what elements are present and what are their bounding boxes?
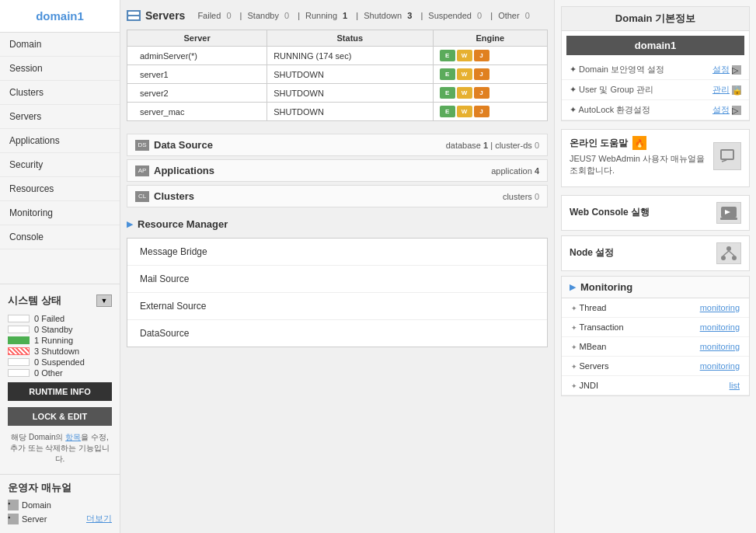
engine-icon-1: E [440,68,455,80]
svg-line-11 [723,251,729,256]
monitoring-title: Monitoring [580,281,632,293]
sidebar-item-monitoring[interactable]: Monitoring [0,201,120,225]
online-help-text: JEUS7 WebAdmin 사용자 매뉴얼을 조회합니다. [570,153,713,177]
monitoring-thread-link[interactable]: monitoring [700,303,740,312]
resource-manager-section: ▶ Resource Manager Message Bridge Mail S… [127,215,548,347]
clusters-icon: CL [135,191,149,202]
webconsole-icon [716,202,741,224]
lock-edit-button[interactable]: LOCK & EDIT [8,407,112,426]
svg-rect-3 [722,151,733,159]
manual-domain-label[interactable]: Domain [22,500,51,510]
system-status-title: 시스템 상태 ▼ [8,291,112,312]
online-help-right [713,142,741,170]
servers-section-header: Servers Failed 0 | Standby 0 | Running 1… [127,6,548,25]
sidebar-item-clusters[interactable]: Clusters [0,81,120,105]
server-name-adminserver[interactable]: adminServer(*) [127,47,267,65]
domain-info-title: Domain 기본정보 [562,7,749,31]
status-shutdown-bar [8,347,30,355]
clusters-header[interactable]: CL Clusters clusters 0 [127,186,547,207]
engine-icon-2: W [457,106,472,117]
domain-name-bar: domain1 [566,36,744,55]
svg-point-9 [721,256,726,260]
resource-item-external-source[interactable]: External Source [127,293,547,320]
stat-failed-label: Failed 0 [197,11,234,20]
engine-icon-2: W [457,87,472,99]
status-failed-bar [8,315,30,322]
server-name-server-mac[interactable]: server_mac [127,103,267,121]
monitoring-jndi-link[interactable]: list [730,381,740,390]
sidebar-item-servers[interactable]: Servers [0,105,120,129]
resource-item-datasource[interactable]: DataSource [127,320,547,347]
sidebar-item-domain[interactable]: Domain [0,33,120,57]
sidebar-item-applications[interactable]: Applications [0,129,120,153]
col-server: Server [127,30,267,47]
domain-autolock-link[interactable]: 설정 [712,104,730,116]
monitoring-servers-link[interactable]: monitoring [700,361,740,371]
system-status-section: 시스템 상태 ▼ 0 Failed 0 Standby 1 Running 3 … [0,284,120,474]
status-suspended-bar [8,358,30,366]
engine-icon-3: J [474,106,489,117]
manual-server-label[interactable]: Server [22,514,47,524]
server-status-server2: SHUTDOWN [267,84,433,103]
domain-user-link[interactable]: 관리 [712,84,730,96]
sidebar-item-resources[interactable]: Resources [0,177,120,201]
monitoring-servers-label: Servers [571,361,700,371]
monitoring-header[interactable]: ▶ Monitoring [562,277,749,298]
status-shutdown-row: 3 Shutdown [8,347,112,356]
manual-domain-item: ▪ Domain [8,500,112,510]
applications-section: AP Applications application 4 [127,159,548,182]
manual-server-more-link[interactable]: 더보기 [86,513,112,524]
server-engine-server-mac: E W J [433,103,547,121]
table-row: adminServer(*) RUNNING (174 sec) E W J [127,47,548,65]
monitoring-thread-row: Thread monitoring [562,298,749,318]
status-expand-button[interactable]: ▼ [96,294,112,307]
resource-item-mail-source[interactable]: Mail Source [127,266,547,293]
status-other-bar [8,369,30,377]
monitoring-servers-row: Servers monitoring [562,357,749,376]
server-name-server2[interactable]: server2 [127,84,267,103]
domain-security-icon: ▷ [732,65,741,75]
online-help-icon: 🔥 [632,136,646,150]
sidebar-title: domain1 [0,0,120,33]
sidebar-item-console[interactable]: Console [0,225,120,249]
data-source-title: Data Source [154,139,213,151]
status-other-row: 0 Other [8,368,112,378]
webconsole-box[interactable]: Web Console 실행 [561,195,750,231]
engine-icon-3: J [474,87,489,99]
domain-security-link[interactable]: 설정 [712,64,730,75]
edit-link[interactable]: 항목 [65,433,81,441]
engine-icon-2: W [457,68,472,80]
applications-header[interactable]: AP Applications application 4 [127,160,547,181]
manual-section: 운영자 매뉴얼 ▪ Domain ▪ Server 더보기 [0,474,120,533]
node-icon [716,242,741,264]
svg-rect-1 [128,16,139,19]
engine-icon-2: W [457,50,472,61]
engine-icon-1: E [440,50,455,61]
servers-icon [127,10,141,21]
monitoring-thread-label: Thread [571,303,700,312]
node-box[interactable]: Node 설정 [561,235,750,271]
sidebar-item-security[interactable]: Security [0,153,120,177]
monitoring-mbean-link[interactable]: monitoring [700,342,740,351]
domain-autolock-row: ✦ AutoLock 환경설정 설정 ▷ [562,100,749,120]
data-source-header[interactable]: DS Data Source database 1 | cluster-ds 0 [127,134,547,155]
help-big-icon[interactable] [713,142,741,170]
sidebar-item-session[interactable]: Session [0,57,120,81]
manual-server-icon: ▪ [8,514,19,524]
svg-rect-7 [720,218,737,220]
engine-icon-3: J [474,68,489,80]
monitoring-transaction-link[interactable]: monitoring [700,322,740,332]
runtime-info-button[interactable]: RUNTIME INFO [8,382,112,401]
svg-line-4 [722,160,726,162]
svg-point-8 [726,246,731,251]
server-name-server1[interactable]: server1 [127,65,267,84]
resource-arrow-icon: ▶ [127,219,133,229]
server-status-server1: SHUTDOWN [267,65,433,84]
col-status: Status [267,30,433,47]
resource-item-message-bridge[interactable]: Message Bridge [127,239,547,266]
stat-running-label: Running 1 [305,11,350,20]
resource-manager-header[interactable]: ▶ Resource Manager [127,215,548,233]
resource-items-container: Message Bridge Mail Source External Sour… [127,238,548,347]
edit-desc: 해당 Domain의 항목을 수정, 추가 또는 삭제하는 기능입니다. [8,432,112,465]
stat-other-label: Other 0 [498,11,533,20]
